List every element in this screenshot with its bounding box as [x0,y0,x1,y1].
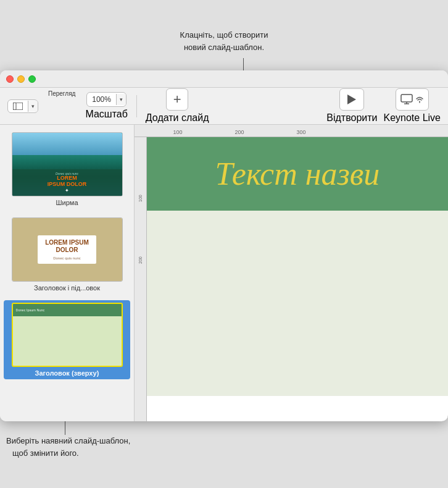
slide1-big-text: LOREMIPSUM DOLOR [15,175,120,188]
slide3-container: Donec Ipsum Nunc [13,304,122,366]
slide-title-text[interactable]: Текст назви [215,156,380,192]
canvas-area: 100 200 300 100 200 Текст назви [135,125,448,421]
view-button[interactable]: ▾ [7,99,38,113]
slide1-text-area: Donec quis nunc LOREMIPSUM DOLOR ✦ [12,169,122,196]
main-area: Donec quis nunc LOREMIPSUM DOLOR ✦ Ширма… [0,125,448,421]
slide-title-section[interactable]: Текст назви [147,137,448,211]
ruler-marks-v: 100 200 [138,140,143,264]
view-icon [13,103,23,110]
ruler-marks-h: 100 200 300 [147,129,332,135]
keynote-live-icon-container [396,88,429,111]
slide3-body [13,316,122,366]
annotation-arrow-top [243,58,244,70]
slide-item-3[interactable]: Donec Ipsum Nunc Заголовок (зверху) [4,300,130,379]
add-slide-icon: + [166,88,188,111]
slide-thumbnail-2: LOREM IPSUMDOLOR Donec quis nunc [12,217,123,282]
slide-thumbnail-1: Donec quis nunc LOREMIPSUM DOLOR ✦ [12,132,123,196]
toolbar-separator-1 [136,95,137,117]
slide1-star: ✦ [15,188,120,193]
ruler-left: 100 200 [135,137,147,421]
minimize-button[interactable] [17,75,25,83]
annotation-arrow-bottom [65,421,65,435]
slide-canvas: Текст назви [147,137,448,421]
title-bar [0,70,448,88]
slide2-text-box: LOREM IPSUMDOLOR Donec quis nunc [38,235,96,264]
keynote-live-button[interactable]: Keynote Live [383,88,441,124]
scale-button[interactable]: 100% ▾ [86,92,127,107]
scale-control: 100% ▾ Масштаб [85,92,127,120]
view-label-container: Перегляд [44,105,79,110]
slide-label-3: Заголовок (зверху) [35,369,99,377]
slide2-title: LOREM IPSUMDOLOR [45,239,89,254]
ruler-top: 100 200 300 [135,125,448,137]
slide-panel[interactable]: Donec quis nunc LOREMIPSUM DOLOR ✦ Ширма… [0,125,135,421]
slide-body [147,211,448,396]
play-triangle-icon [347,95,356,104]
monitor-icon [400,94,414,105]
maximize-button[interactable] [28,75,36,83]
close-button[interactable] [6,75,14,83]
annotation-top: Клацніть, щоб створити новий слайд-шабло… [0,29,448,53]
annotation-arrow-bottom-container [0,421,448,435]
play-button[interactable]: Відтворити [326,88,377,124]
play-icon-container [339,88,364,111]
slide2-subtitle: Donec quis nunc [45,256,89,260]
toolbar: ▾ Перегляд 100% ▾ Масштаб + Додати слайд… [0,88,448,125]
slide-item-1[interactable]: Donec quis nunc LOREMIPSUM DOLOR ✦ Ширма [4,130,130,209]
slide-item-2[interactable]: LOREM IPSUMDOLOR Donec quis nunc Заголов… [4,215,130,294]
slide3-bar-text: Donec Ipsum Nunc [16,308,45,312]
slide3-header-bar: Donec Ipsum Nunc [13,304,122,316]
slide-label-1: Ширма [56,199,78,206]
svg-rect-0 [13,103,23,110]
annotation-bottom: Виберіть наявний слайд-шаблон, щоб зміни… [0,435,448,459]
broadcast-icon [416,95,423,104]
svg-rect-2 [401,95,412,102]
slide1-sky [12,133,122,155]
app-window: ▾ Перегляд 100% ▾ Масштаб + Додати слайд… [0,70,448,421]
slide-thumbnail-3: Donec Ipsum Nunc [12,303,123,367]
add-slide-button[interactable]: + Додати слайд [146,88,209,124]
slide-label-2: Заголовок і під...овок [34,284,100,292]
